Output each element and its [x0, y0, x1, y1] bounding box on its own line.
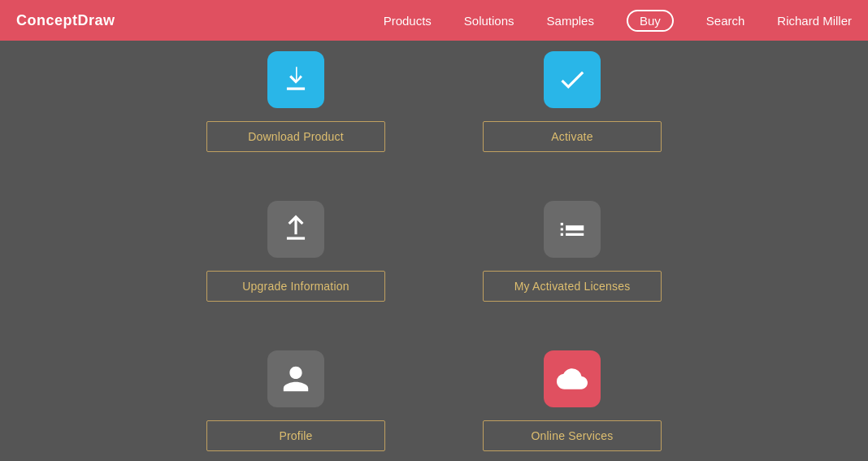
card-profile: Profile: [206, 350, 385, 451]
person-icon: [267, 350, 324, 407]
download-product-button[interactable]: Download Product: [206, 121, 385, 152]
cloud-icon: [544, 350, 601, 407]
my-activated-licenses-button[interactable]: My Activated Licenses: [483, 271, 662, 302]
download-icon: [267, 51, 324, 108]
nav-link-solutions[interactable]: Solutions: [464, 14, 514, 28]
list-icon: [544, 201, 601, 258]
check-icon: [544, 51, 601, 108]
activate-button[interactable]: Activate: [483, 121, 662, 152]
profile-button[interactable]: Profile: [206, 420, 385, 451]
online-services-button[interactable]: Online Services: [483, 420, 662, 451]
nav-links: ProductsSolutionsSamplesBuySearch: [384, 10, 745, 32]
navbar: ConceptDraw ProductsSolutionsSamplesBuyS…: [0, 0, 868, 41]
upgrade-information-button[interactable]: Upgrade Information: [206, 271, 385, 302]
card-activate: Activate: [483, 51, 662, 152]
nav-link-buy[interactable]: Buy: [627, 10, 674, 32]
card-download-product: Download Product: [206, 51, 385, 152]
cards-grid: Download ProductActivateUpgrade Informat…: [206, 51, 662, 451]
upload-icon: [267, 201, 324, 258]
nav-link-search[interactable]: Search: [706, 14, 745, 28]
card-upgrade-information: Upgrade Information: [206, 201, 385, 302]
nav-link-products[interactable]: Products: [384, 14, 432, 28]
nav-link-samples[interactable]: Samples: [547, 14, 594, 28]
main-content: Download ProductActivateUpgrade Informat…: [0, 41, 868, 461]
card-my-activated-licenses: My Activated Licenses: [483, 201, 662, 302]
card-online-services: Online Services: [483, 350, 662, 451]
brand-logo: ConceptDraw: [16, 12, 115, 29]
nav-user: Richard Miller: [777, 14, 852, 28]
